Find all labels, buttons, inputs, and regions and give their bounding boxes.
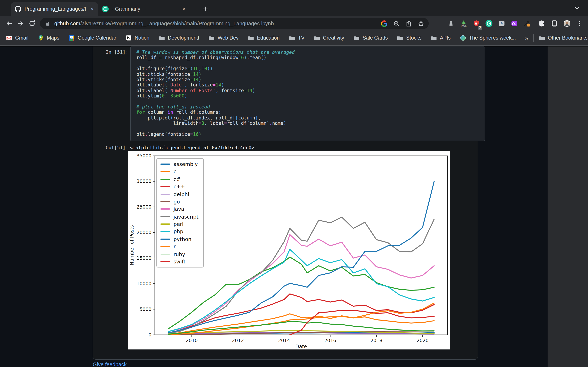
svg-text:2016: 2016 (324, 338, 336, 343)
tab-grammarly[interactable]: - Grammarly × (98, 2, 196, 16)
browser-toolbar: github.com/alvarezmike/Programming_Langu… (0, 16, 588, 31)
legend-entry-c: c (160, 169, 200, 174)
legend-entry-r: r (160, 244, 200, 249)
url-domain: github.com (54, 20, 80, 26)
tab-close-icon[interactable]: × (90, 6, 95, 12)
bookmarks-overflow-chevron[interactable]: » (525, 34, 528, 42)
matplotlib-chart: 0500010000150002000025000300003500020102… (128, 151, 450, 350)
code-line (136, 61, 481, 66)
lock-icon[interactable] (45, 21, 51, 26)
bookmark-maps[interactable]: Maps (37, 35, 59, 41)
spheres-icon (459, 35, 466, 41)
folder-icon (314, 35, 320, 41)
calendar-icon: 21 (68, 35, 75, 41)
bookmarks-bar: GmailMaps21Google CalendarNotionDevelopm… (0, 31, 588, 46)
bookmark-developmentt[interactable]: Developmentt (158, 35, 199, 41)
other-bookmarks-button[interactable]: Other Bookmarks (538, 35, 588, 41)
legend-entry-java: java (160, 207, 200, 212)
legend-entry-swift: swift (160, 259, 200, 264)
legend-label: delphi (173, 192, 189, 197)
extension-html-tree-icon[interactable]: HTML (458, 18, 469, 29)
extension-privacy-shield-icon[interactable]: 3 (471, 18, 481, 29)
folder-icon (247, 35, 254, 41)
svg-text:15000: 15000 (137, 256, 151, 261)
bookmark-stocks[interactable]: Stocks (397, 35, 421, 41)
code-line: # plot the roll_df instead (136, 104, 481, 110)
extension-bug-icon[interactable] (445, 18, 456, 29)
bookmark-label: Gmail (15, 35, 28, 41)
grammarly-favicon-icon (102, 6, 109, 12)
tab-strip: Programming_Languages/Prog × - Grammarly… (0, 0, 588, 16)
legend-label: c# (173, 176, 181, 182)
bookmark-sale-cards[interactable]: Sale Cards (353, 35, 388, 41)
bookmark-label: TV (298, 35, 305, 41)
bookmark-label: The Spheres week... (469, 35, 516, 41)
legend-swatch (160, 193, 170, 194)
legend-entry-c: c++ (160, 184, 200, 189)
bookmark-the-spheres-week[interactable]: The Spheres week... (459, 35, 516, 41)
bookmark-creativity[interactable]: Creativity (314, 35, 344, 41)
legend-swatch (160, 239, 170, 240)
legend-label: r (173, 244, 176, 249)
reload-button[interactable] (26, 18, 38, 29)
back-button[interactable] (3, 18, 15, 29)
bookmark-tv[interactable]: TV (289, 35, 305, 41)
code-line: roll_df = reshaped_df.rolling(window=6).… (136, 55, 481, 61)
tab-github-notebook[interactable]: Programming_Languages/Prog × (11, 2, 98, 16)
legend-label: go (173, 199, 180, 204)
legend-entry-ruby: ruby (160, 251, 200, 257)
extension-h-app-icon[interactable]: h (496, 18, 507, 29)
svg-text:Number of Posts: Number of Posts (129, 225, 135, 266)
extensions-puzzle-icon[interactable] (536, 18, 547, 29)
extension-badge: 3 (478, 25, 482, 30)
bookmark-notion[interactable]: Notion (125, 35, 149, 41)
give-feedback-link[interactable]: Give feedback (93, 361, 127, 367)
bookmark-web-dev[interactable]: Web Dev (208, 35, 238, 41)
svg-text:35000: 35000 (137, 153, 151, 158)
legend-swatch (160, 209, 170, 210)
url-text[interactable]: github.com/alvarezmike/Programming_Langu… (54, 20, 379, 26)
legend-label: javascript (173, 214, 199, 219)
forward-button[interactable] (15, 18, 26, 29)
legend-swatch (160, 224, 170, 225)
code-line: linewidth=3, label=roll_df[column].name) (136, 121, 481, 126)
new-tab-button[interactable] (200, 4, 211, 14)
share-icon[interactable] (403, 18, 414, 29)
folder-icon (431, 35, 437, 41)
legend-label: swift (173, 259, 186, 264)
bookmark-gmail[interactable]: Gmail (6, 35, 28, 41)
code-line: for column in roll_df.columns: (136, 110, 481, 115)
cell-output-prompt: Out[51]: (106, 145, 129, 150)
bookmark-education[interactable]: Education (247, 35, 279, 41)
bookmark-apis[interactable]: APIs (431, 35, 451, 41)
maps-icon (37, 35, 44, 41)
url-path: /alvarezmike/Programming_Languages/blob/… (80, 20, 274, 26)
code-line: plt.xticks(fontsize=14) (136, 72, 481, 77)
google-g-icon[interactable] (379, 18, 389, 29)
code-line: plt.legend(fontsize=16) (136, 132, 481, 137)
legend-entry-python: python (160, 236, 200, 242)
side-panel-icon[interactable] (549, 18, 559, 29)
legend-swatch (160, 186, 170, 187)
bookmark-label: Developmentt (168, 35, 199, 41)
code-line: plt.ylabel('Number of Posts', fontsize=1… (136, 88, 481, 94)
legend-swatch (160, 201, 170, 202)
legend-label: ruby (173, 251, 185, 257)
extension-theme-app-icon[interactable] (509, 18, 519, 29)
star-icon[interactable] (416, 18, 426, 29)
svg-text:20000: 20000 (137, 230, 151, 235)
tab-close-icon[interactable]: × (181, 6, 186, 12)
zoom-out-icon[interactable] (391, 18, 402, 29)
profile-avatar[interactable] (562, 18, 572, 29)
extension-grammarly-icon[interactable] (484, 18, 494, 29)
gmail-icon (6, 35, 12, 41)
address-bar[interactable]: github.com/alvarezmike/Programming_Langu… (40, 18, 429, 29)
svg-text:10000: 10000 (137, 281, 151, 286)
code-line: plt.plot(roll_df.index, roll_df[column], (136, 115, 481, 121)
legend-swatch (160, 216, 170, 217)
tab-search-chevron-icon[interactable] (573, 4, 581, 13)
svg-text:25000: 25000 (137, 204, 151, 210)
browser-menu-icon[interactable] (574, 18, 585, 29)
bookmark-google-calendar[interactable]: 21Google Calendar (68, 35, 116, 41)
extension-color-picker-icon[interactable] (521, 18, 532, 29)
